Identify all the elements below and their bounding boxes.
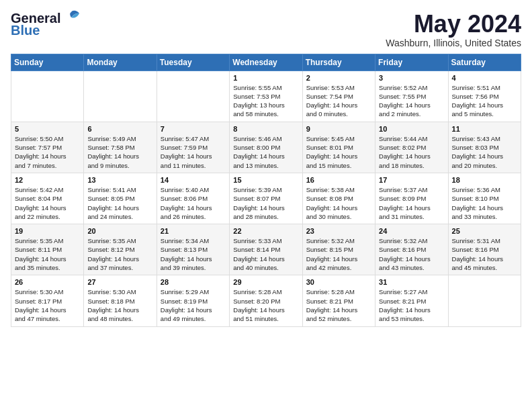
logo: General Blue	[11, 11, 81, 38]
calendar-header-sunday: Sunday	[11, 54, 84, 71]
calendar-week-row: 12Sunrise: 5:42 AM Sunset: 8:04 PM Dayli…	[11, 173, 521, 224]
calendar-cell: 13Sunrise: 5:41 AM Sunset: 8:05 PM Dayli…	[84, 173, 157, 224]
day-info: Sunrise: 5:49 AM Sunset: 7:58 PM Dayligh…	[87, 134, 152, 170]
day-number: 1	[233, 74, 298, 82]
day-info: Sunrise: 5:28 AM Sunset: 8:20 PM Dayligh…	[233, 287, 298, 323]
calendar-week-row: 19Sunrise: 5:35 AM Sunset: 8:11 PM Dayli…	[11, 224, 521, 275]
day-number: 5	[15, 125, 80, 133]
calendar-cell: 16Sunrise: 5:38 AM Sunset: 8:08 PM Dayli…	[302, 173, 375, 224]
day-number: 21	[161, 227, 226, 235]
calendar-cell: 8Sunrise: 5:46 AM Sunset: 8:00 PM Daylig…	[230, 122, 302, 173]
day-info: Sunrise: 5:31 AM Sunset: 8:16 PM Dayligh…	[452, 236, 517, 272]
calendar-cell: 19Sunrise: 5:35 AM Sunset: 8:11 PM Dayli…	[11, 224, 84, 275]
day-number: 29	[233, 278, 298, 286]
calendar-cell: 20Sunrise: 5:35 AM Sunset: 8:12 PM Dayli…	[84, 224, 157, 275]
calendar-cell: 23Sunrise: 5:32 AM Sunset: 8:15 PM Dayli…	[302, 224, 375, 275]
calendar-cell: 22Sunrise: 5:33 AM Sunset: 8:14 PM Dayli…	[230, 224, 302, 275]
day-number: 9	[306, 125, 371, 133]
calendar-cell: 15Sunrise: 5:39 AM Sunset: 8:07 PM Dayli…	[230, 173, 302, 224]
calendar-cell: 5Sunrise: 5:50 AM Sunset: 7:57 PM Daylig…	[11, 122, 84, 173]
calendar-week-row: 5Sunrise: 5:50 AM Sunset: 7:57 PM Daylig…	[11, 122, 521, 173]
day-number: 15	[233, 176, 298, 184]
day-number: 4	[452, 74, 517, 82]
calendar-cell: 3Sunrise: 5:52 AM Sunset: 7:55 PM Daylig…	[375, 71, 448, 122]
day-info: Sunrise: 5:28 AM Sunset: 8:21 PM Dayligh…	[306, 287, 371, 323]
day-number: 14	[161, 176, 226, 184]
day-number: 12	[15, 176, 80, 184]
day-number: 25	[452, 227, 517, 235]
day-info: Sunrise: 5:42 AM Sunset: 8:04 PM Dayligh…	[15, 185, 80, 221]
day-info: Sunrise: 5:32 AM Sunset: 8:16 PM Dayligh…	[379, 236, 444, 272]
day-info: Sunrise: 5:55 AM Sunset: 7:53 PM Dayligh…	[233, 83, 298, 119]
day-number: 3	[379, 74, 444, 82]
day-info: Sunrise: 5:36 AM Sunset: 8:10 PM Dayligh…	[452, 185, 517, 221]
day-number: 17	[379, 176, 444, 184]
day-info: Sunrise: 5:30 AM Sunset: 8:17 PM Dayligh…	[15, 287, 80, 323]
day-info: Sunrise: 5:43 AM Sunset: 8:03 PM Dayligh…	[452, 134, 517, 170]
day-number: 24	[379, 227, 444, 235]
calendar-cell: 10Sunrise: 5:44 AM Sunset: 8:02 PM Dayli…	[375, 122, 448, 173]
day-info: Sunrise: 5:38 AM Sunset: 8:08 PM Dayligh…	[306, 185, 371, 221]
calendar-cell: 6Sunrise: 5:49 AM Sunset: 7:58 PM Daylig…	[84, 122, 157, 173]
calendar-cell: 30Sunrise: 5:28 AM Sunset: 8:21 PM Dayli…	[302, 275, 375, 326]
calendar-cell	[84, 71, 157, 122]
calendar-cell: 7Sunrise: 5:47 AM Sunset: 7:59 PM Daylig…	[157, 122, 229, 173]
day-number: 16	[306, 176, 371, 184]
month-title: May 2024	[386, 11, 521, 38]
day-number: 30	[306, 278, 371, 286]
calendar-header-saturday: Saturday	[448, 54, 521, 71]
calendar-cell: 31Sunrise: 5:27 AM Sunset: 8:21 PM Dayli…	[375, 275, 448, 326]
day-number: 28	[161, 278, 226, 286]
day-number: 2	[306, 74, 371, 82]
logo-text-blue: Blue	[11, 23, 40, 38]
day-info: Sunrise: 5:35 AM Sunset: 8:12 PM Dayligh…	[87, 236, 152, 272]
calendar-cell: 26Sunrise: 5:30 AM Sunset: 8:17 PM Dayli…	[11, 275, 84, 326]
calendar-cell: 27Sunrise: 5:30 AM Sunset: 8:18 PM Dayli…	[84, 275, 157, 326]
day-info: Sunrise: 5:27 AM Sunset: 8:21 PM Dayligh…	[379, 287, 444, 323]
calendar-header-monday: Monday	[84, 54, 157, 71]
calendar-week-row: 26Sunrise: 5:30 AM Sunset: 8:17 PM Dayli…	[11, 275, 521, 326]
calendar-cell: 12Sunrise: 5:42 AM Sunset: 8:04 PM Dayli…	[11, 173, 84, 224]
page-header: General Blue May 2024 Washburn, Illinois…	[11, 11, 521, 48]
calendar-cell: 21Sunrise: 5:34 AM Sunset: 8:13 PM Dayli…	[157, 224, 229, 275]
day-info: Sunrise: 5:34 AM Sunset: 8:13 PM Dayligh…	[161, 236, 226, 272]
calendar-week-row: 1Sunrise: 5:55 AM Sunset: 7:53 PM Daylig…	[11, 71, 521, 122]
day-number: 11	[452, 125, 517, 133]
calendar-header-tuesday: Tuesday	[157, 54, 229, 71]
day-info: Sunrise: 5:46 AM Sunset: 8:00 PM Dayligh…	[233, 134, 298, 170]
day-info: Sunrise: 5:47 AM Sunset: 7:59 PM Dayligh…	[161, 134, 226, 170]
day-number: 6	[87, 125, 152, 133]
calendar-header-thursday: Thursday	[302, 54, 375, 71]
day-number: 20	[87, 227, 152, 235]
title-section: May 2024 Washburn, Illinois, United Stat…	[386, 11, 521, 48]
day-number: 31	[379, 278, 444, 286]
calendar-header-friday: Friday	[375, 54, 448, 71]
calendar-cell: 28Sunrise: 5:29 AM Sunset: 8:19 PM Dayli…	[157, 275, 229, 326]
calendar-cell: 9Sunrise: 5:45 AM Sunset: 8:01 PM Daylig…	[302, 122, 375, 173]
day-info: Sunrise: 5:45 AM Sunset: 8:01 PM Dayligh…	[306, 134, 371, 170]
calendar-cell: 1Sunrise: 5:55 AM Sunset: 7:53 PM Daylig…	[230, 71, 302, 122]
day-info: Sunrise: 5:37 AM Sunset: 8:09 PM Dayligh…	[379, 185, 444, 221]
calendar-cell: 11Sunrise: 5:43 AM Sunset: 8:03 PM Dayli…	[448, 122, 521, 173]
calendar-cell: 2Sunrise: 5:53 AM Sunset: 7:54 PM Daylig…	[302, 71, 375, 122]
day-number: 19	[15, 227, 80, 235]
day-info: Sunrise: 5:33 AM Sunset: 8:14 PM Dayligh…	[233, 236, 298, 272]
day-info: Sunrise: 5:44 AM Sunset: 8:02 PM Dayligh…	[379, 134, 444, 170]
location: Washburn, Illinois, United States	[386, 38, 521, 48]
calendar-cell	[11, 71, 84, 122]
day-info: Sunrise: 5:50 AM Sunset: 7:57 PM Dayligh…	[15, 134, 80, 170]
calendar-cell: 18Sunrise: 5:36 AM Sunset: 8:10 PM Dayli…	[448, 173, 521, 224]
day-number: 22	[233, 227, 298, 235]
day-info: Sunrise: 5:29 AM Sunset: 8:19 PM Dayligh…	[161, 287, 226, 323]
day-info: Sunrise: 5:32 AM Sunset: 8:15 PM Dayligh…	[306, 236, 371, 272]
calendar-cell	[448, 275, 521, 326]
calendar-header-row: SundayMondayTuesdayWednesdayThursdayFrid…	[11, 54, 521, 71]
day-number: 23	[306, 227, 371, 235]
day-number: 7	[161, 125, 226, 133]
day-number: 18	[452, 176, 517, 184]
calendar-cell: 17Sunrise: 5:37 AM Sunset: 8:09 PM Dayli…	[375, 173, 448, 224]
calendar-cell: 29Sunrise: 5:28 AM Sunset: 8:20 PM Dayli…	[230, 275, 302, 326]
day-info: Sunrise: 5:51 AM Sunset: 7:56 PM Dayligh…	[452, 83, 517, 119]
day-info: Sunrise: 5:41 AM Sunset: 8:05 PM Dayligh…	[87, 185, 152, 221]
logo-bird-icon	[62, 9, 81, 26]
